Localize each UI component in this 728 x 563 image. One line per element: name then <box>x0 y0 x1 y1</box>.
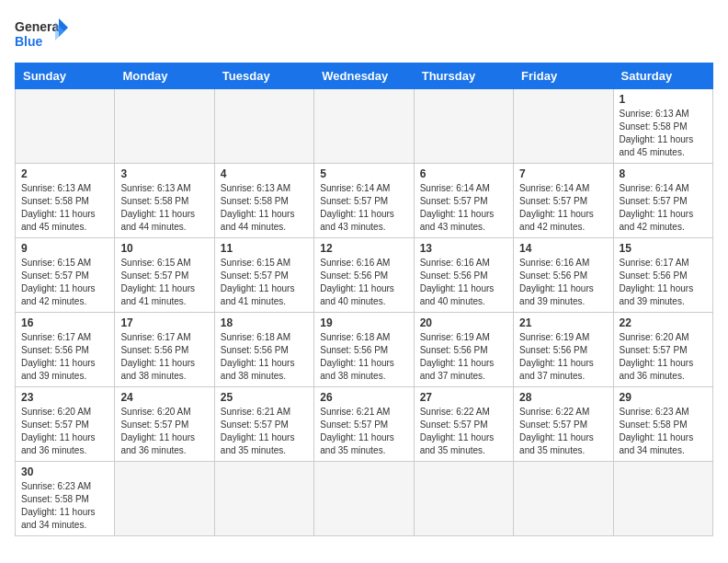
day-info: Sunrise: 6:18 AM Sunset: 5:56 PM Dayligh… <box>221 331 308 383</box>
calendar-cell: 4Sunrise: 6:13 AM Sunset: 5:58 PM Daylig… <box>214 164 313 238</box>
day-number: 28 <box>519 391 607 404</box>
day-info: Sunrise: 6:20 AM Sunset: 5:57 PM Dayligh… <box>120 406 208 457</box>
day-number: 6 <box>420 167 507 180</box>
calendar-cell: 17Sunrise: 6:17 AM Sunset: 5:56 PM Dayli… <box>115 313 214 387</box>
calendar-week-row: 2Sunrise: 6:13 AM Sunset: 5:58 PM Daylig… <box>16 164 713 238</box>
calendar-cell <box>514 89 613 164</box>
calendar-cell: 19Sunrise: 6:18 AM Sunset: 5:56 PM Dayli… <box>314 313 414 387</box>
day-info: Sunrise: 6:22 AM Sunset: 5:57 PM Dayligh… <box>420 406 507 457</box>
calendar-cell: 20Sunrise: 6:19 AM Sunset: 5:56 PM Dayli… <box>414 313 513 387</box>
calendar-cell: 12Sunrise: 6:16 AM Sunset: 5:56 PM Dayli… <box>314 238 414 313</box>
day-info: Sunrise: 6:23 AM Sunset: 5:58 PM Dayligh… <box>21 480 108 532</box>
day-number: 29 <box>620 391 707 404</box>
day-info: Sunrise: 6:17 AM Sunset: 5:56 PM Dayligh… <box>21 331 108 383</box>
day-info: Sunrise: 6:16 AM Sunset: 5:56 PM Dayligh… <box>519 257 607 308</box>
day-info: Sunrise: 6:15 AM Sunset: 5:57 PM Dayligh… <box>221 257 308 308</box>
day-number: 8 <box>620 167 707 180</box>
weekday-header-wednesday: Wednesday <box>314 63 414 89</box>
day-info: Sunrise: 6:19 AM Sunset: 5:56 PM Dayligh… <box>519 331 607 383</box>
day-number: 11 <box>221 242 308 255</box>
calendar-cell: 13Sunrise: 6:16 AM Sunset: 5:56 PM Dayli… <box>414 238 513 313</box>
day-number: 9 <box>21 242 108 255</box>
calendar-cell: 9Sunrise: 6:15 AM Sunset: 5:57 PM Daylig… <box>16 238 115 313</box>
day-number: 3 <box>120 167 208 180</box>
day-number: 25 <box>221 391 308 404</box>
day-number: 24 <box>120 391 208 404</box>
day-number: 10 <box>120 242 208 255</box>
weekday-header-thursday: Thursday <box>414 63 513 89</box>
calendar-cell: 11Sunrise: 6:15 AM Sunset: 5:57 PM Dayli… <box>214 238 313 313</box>
calendar-cell <box>214 89 313 164</box>
day-info: Sunrise: 6:22 AM Sunset: 5:57 PM Dayligh… <box>519 406 607 457</box>
weekday-header-friday: Friday <box>514 63 613 89</box>
day-number: 30 <box>21 465 108 478</box>
day-number: 26 <box>320 391 407 404</box>
calendar-cell <box>115 89 214 164</box>
calendar-cell: 27Sunrise: 6:22 AM Sunset: 5:57 PM Dayli… <box>414 387 513 462</box>
day-info: Sunrise: 6:18 AM Sunset: 5:56 PM Dayligh… <box>320 331 407 383</box>
day-number: 7 <box>519 167 607 180</box>
day-info: Sunrise: 6:20 AM Sunset: 5:57 PM Dayligh… <box>21 406 108 457</box>
day-info: Sunrise: 6:16 AM Sunset: 5:56 PM Dayligh… <box>420 257 507 308</box>
day-info: Sunrise: 6:14 AM Sunset: 5:57 PM Dayligh… <box>320 182 407 234</box>
day-info: Sunrise: 6:16 AM Sunset: 5:56 PM Dayligh… <box>320 257 407 308</box>
day-number: 13 <box>420 242 507 255</box>
day-number: 4 <box>221 167 308 180</box>
calendar-week-row: 23Sunrise: 6:20 AM Sunset: 5:57 PM Dayli… <box>16 387 713 462</box>
weekday-header-saturday: Saturday <box>613 63 712 89</box>
day-number: 17 <box>120 316 208 329</box>
calendar-week-row: 16Sunrise: 6:17 AM Sunset: 5:56 PM Dayli… <box>16 313 713 387</box>
calendar-week-row: 9Sunrise: 6:15 AM Sunset: 5:57 PM Daylig… <box>16 238 713 313</box>
day-info: Sunrise: 6:20 AM Sunset: 5:57 PM Dayligh… <box>620 331 707 383</box>
day-number: 16 <box>21 316 108 329</box>
day-number: 21 <box>519 316 607 329</box>
day-info: Sunrise: 6:13 AM Sunset: 5:58 PM Dayligh… <box>620 108 707 159</box>
day-info: Sunrise: 6:14 AM Sunset: 5:57 PM Dayligh… <box>519 182 607 234</box>
calendar-week-row: 30Sunrise: 6:23 AM Sunset: 5:58 PM Dayli… <box>16 462 713 536</box>
calendar-cell: 24Sunrise: 6:20 AM Sunset: 5:57 PM Dayli… <box>115 387 214 462</box>
calendar-cell <box>214 462 313 536</box>
calendar-cell: 29Sunrise: 6:23 AM Sunset: 5:58 PM Dayli… <box>613 387 712 462</box>
weekday-header-monday: Monday <box>115 63 214 89</box>
day-info: Sunrise: 6:17 AM Sunset: 5:56 PM Dayligh… <box>620 257 707 308</box>
calendar-cell <box>514 462 613 536</box>
header: GeneralBlue <box>15 15 713 55</box>
calendar-cell <box>414 462 513 536</box>
weekday-header-tuesday: Tuesday <box>214 63 313 89</box>
calendar-cell: 5Sunrise: 6:14 AM Sunset: 5:57 PM Daylig… <box>314 164 414 238</box>
calendar-cell: 8Sunrise: 6:14 AM Sunset: 5:57 PM Daylig… <box>613 164 712 238</box>
calendar-week-row: 1Sunrise: 6:13 AM Sunset: 5:58 PM Daylig… <box>16 89 713 164</box>
day-number: 27 <box>420 391 507 404</box>
calendar-cell: 25Sunrise: 6:21 AM Sunset: 5:57 PM Dayli… <box>214 387 313 462</box>
day-info: Sunrise: 6:17 AM Sunset: 5:56 PM Dayligh… <box>120 331 208 383</box>
weekday-header-sunday: Sunday <box>16 63 115 89</box>
logo: GeneralBlue <box>15 15 70 55</box>
day-number: 12 <box>320 242 407 255</box>
day-info: Sunrise: 6:14 AM Sunset: 5:57 PM Dayligh… <box>620 182 707 234</box>
day-number: 20 <box>420 316 507 329</box>
calendar-cell: 6Sunrise: 6:14 AM Sunset: 5:57 PM Daylig… <box>414 164 513 238</box>
day-number: 5 <box>320 167 407 180</box>
day-number: 23 <box>21 391 108 404</box>
calendar-cell: 10Sunrise: 6:15 AM Sunset: 5:57 PM Dayli… <box>115 238 214 313</box>
svg-text:Blue: Blue <box>15 34 43 49</box>
calendar-cell: 15Sunrise: 6:17 AM Sunset: 5:56 PM Dayli… <box>613 238 712 313</box>
calendar-cell: 26Sunrise: 6:21 AM Sunset: 5:57 PM Dayli… <box>314 387 414 462</box>
calendar-cell: 2Sunrise: 6:13 AM Sunset: 5:58 PM Daylig… <box>16 164 115 238</box>
calendar-cell <box>314 462 414 536</box>
calendar-cell: 22Sunrise: 6:20 AM Sunset: 5:57 PM Dayli… <box>613 313 712 387</box>
day-info: Sunrise: 6:21 AM Sunset: 5:57 PM Dayligh… <box>221 406 308 457</box>
day-number: 18 <box>221 316 308 329</box>
calendar-cell <box>613 462 712 536</box>
calendar-cell: 18Sunrise: 6:18 AM Sunset: 5:56 PM Dayli… <box>214 313 313 387</box>
calendar-cell <box>414 89 513 164</box>
calendar-cell: 1Sunrise: 6:13 AM Sunset: 5:58 PM Daylig… <box>613 89 712 164</box>
day-number: 1 <box>620 93 707 106</box>
calendar-cell: 14Sunrise: 6:16 AM Sunset: 5:56 PM Dayli… <box>514 238 613 313</box>
calendar-cell: 23Sunrise: 6:20 AM Sunset: 5:57 PM Dayli… <box>16 387 115 462</box>
day-number: 14 <box>519 242 607 255</box>
day-number: 22 <box>620 316 707 329</box>
day-info: Sunrise: 6:13 AM Sunset: 5:58 PM Dayligh… <box>120 182 208 234</box>
calendar-cell: 16Sunrise: 6:17 AM Sunset: 5:56 PM Dayli… <box>16 313 115 387</box>
calendar-cell: 28Sunrise: 6:22 AM Sunset: 5:57 PM Dayli… <box>514 387 613 462</box>
